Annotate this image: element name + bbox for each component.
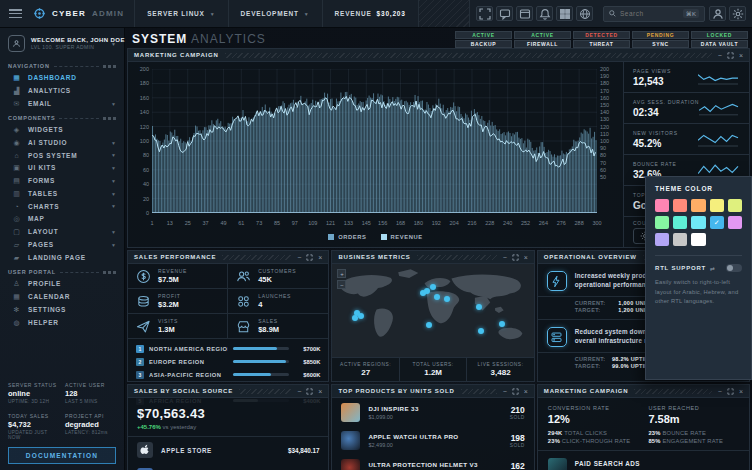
map-marker[interactable] [434, 294, 440, 300]
color-swatch[interactable] [691, 233, 705, 246]
color-swatch[interactable] [691, 216, 705, 229]
status-chip-sync[interactable]: PENDINGSYNC [632, 31, 689, 48]
top-menu-revenue[interactable]: REVENUE $30,203 [322, 0, 418, 27]
color-swatch[interactable] [673, 233, 687, 246]
expand-icon[interactable] [727, 52, 734, 59]
minimize-icon[interactable]: − [718, 52, 722, 59]
topbar-globe-icon[interactable] [576, 6, 593, 21]
minimize-icon[interactable]: − [503, 388, 507, 395]
plot-area[interactable] [152, 69, 597, 213]
expand-icon[interactable] [727, 388, 734, 395]
sidebar-item-layout[interactable]: ▢LAYOUT▼ [0, 225, 124, 238]
minimize-icon[interactable]: − [718, 388, 722, 395]
close-icon[interactable]: × [318, 254, 322, 261]
zoom-out-button[interactable]: − [337, 280, 346, 289]
sidebar-item-widgets[interactable]: ◈WIDGETS [0, 123, 124, 136]
campaign-row[interactable]: PAID SEARCH ADS MON 26/6 - SUN 2/7 [538, 451, 749, 470]
status-chip-data-vault[interactable]: LOCKEDDATA VAULT [691, 31, 748, 48]
apple-icon [137, 442, 153, 458]
topbar-expand-icon[interactable] [476, 6, 493, 21]
color-swatch[interactable] [673, 216, 687, 229]
legend-item-revenue[interactable]: REVENUE [381, 234, 423, 240]
topbar-grid-icon[interactable] [556, 6, 573, 21]
product-row[interactable]: ULTRA PROTECTION HELMET V3$2,499.00 162S… [332, 454, 533, 470]
region-row[interactable]: 2 EUROPE REGION $850K [128, 355, 328, 368]
topbar-chat-icon[interactable] [496, 6, 513, 21]
sidebar-item-pages[interactable]: ▱PAGES▼ [0, 238, 124, 251]
hamburger-menu-icon[interactable] [0, 0, 31, 27]
ai-studio-icon: ◉ [12, 139, 21, 147]
rtl-toggle[interactable] [726, 264, 742, 272]
map-marker[interactable] [478, 328, 484, 334]
topbar-window-icon[interactable] [516, 6, 533, 21]
brand[interactable]: CYBER ADMIN [31, 0, 134, 27]
sidebar-item-calendar[interactable]: ▦CALENDAR [0, 290, 124, 303]
expand-icon[interactable] [306, 254, 313, 261]
sidebar-item-helper[interactable]: ◍HELPER [0, 316, 124, 329]
color-swatch[interactable] [655, 233, 669, 246]
expand-icon[interactable] [512, 388, 519, 395]
color-swatch[interactable] [728, 199, 742, 212]
color-swatch[interactable] [655, 199, 669, 212]
expand-icon[interactable] [306, 388, 313, 395]
sidebar-item-ui-kits[interactable]: ▣UI KITS▼ [0, 161, 124, 174]
minimize-icon[interactable]: − [297, 254, 301, 261]
sidebar-item-tables[interactable]: ▥TABLES▼ [0, 187, 124, 200]
product-row[interactable]: DJI INSPIRE 33$1,099.00 210SOLD [332, 398, 533, 426]
close-icon[interactable]: × [739, 388, 743, 395]
sidebar-item-pos-system[interactable]: ⌂POS SYSTEM▼ [0, 149, 124, 161]
product-row[interactable]: APPLE WATCH ULTRA PRO$2,499.00 198SOLD [332, 426, 533, 454]
map-marker[interactable] [430, 284, 436, 290]
topbar-gear-icon[interactable] [729, 6, 746, 21]
y-tick-right: 180 [600, 80, 620, 86]
sidebar-item-dashboard[interactable]: ▦DASHBOARD [0, 71, 124, 84]
legend-item-orders[interactable]: ORDERS [328, 234, 366, 240]
map-marker[interactable] [352, 315, 358, 321]
sidebar-item-landing-page[interactable]: ▰LANDING PAGE [0, 251, 124, 264]
close-icon[interactable]: × [739, 52, 743, 59]
map-marker[interactable] [358, 313, 364, 319]
color-swatch[interactable] [728, 216, 742, 229]
sidebar-item-forms[interactable]: ▤FORMS▼ [0, 174, 124, 187]
zoom-in-button[interactable]: + [337, 269, 346, 278]
sidebar-item-charts[interactable]: ◔CHARTS▼ [0, 200, 124, 212]
sidebar-item-settings[interactable]: ✻SETTINGS [0, 303, 124, 316]
close-icon[interactable]: × [318, 388, 322, 395]
topbar-user-icon[interactable] [709, 6, 726, 21]
map-marker[interactable] [444, 296, 450, 302]
social-row-apple-store[interactable]: APPLE STORE$34,840.17 [128, 437, 328, 463]
status-chip-backup[interactable]: ACTIVEBACKUP [455, 31, 512, 48]
region-row[interactable]: 1 NORTH AMERICA REGION $700K [128, 342, 328, 355]
status-chip-firewall[interactable]: ACTIVEFIREWALL [514, 31, 571, 48]
map-marker[interactable] [499, 321, 505, 327]
world-map[interactable]: +− [332, 264, 533, 357]
top-menu-development[interactable]: DEVELOPMENT ▼ [228, 0, 322, 27]
sidebar-item-profile[interactable]: ♙PROFILE [0, 277, 124, 290]
color-swatch[interactable] [710, 199, 724, 212]
minimize-icon[interactable]: − [297, 388, 301, 395]
color-swatch[interactable] [673, 199, 687, 212]
map-marker[interactable] [420, 290, 426, 296]
status-chip-threat[interactable]: DETECTEDTHREAT [573, 31, 630, 48]
minimize-icon[interactable]: − [503, 254, 507, 261]
expand-icon[interactable] [512, 254, 519, 261]
sidebar-item-ai-studio[interactable]: ◉AI STUDIO▼ [0, 136, 124, 149]
color-swatch[interactable]: ✓ [710, 216, 724, 229]
map-marker[interactable] [426, 322, 432, 328]
documentation-button[interactable]: DOCUMENTATION [8, 447, 116, 464]
sidebar-item-map[interactable]: ◎MAP [0, 212, 124, 225]
color-swatch[interactable] [655, 216, 669, 229]
topbar-bell-icon[interactable] [536, 6, 553, 21]
close-icon[interactable]: × [524, 254, 528, 261]
search-box[interactable]: ⌘K [603, 6, 705, 22]
map-marker[interactable] [476, 304, 482, 310]
sidebar-item-email[interactable]: ✉EMAIL▼ [0, 97, 124, 110]
color-swatch[interactable] [691, 199, 705, 212]
search-input[interactable] [620, 10, 679, 17]
sidebar-item-analytics[interactable]: ▟ANALYTICS [0, 84, 124, 97]
region-row[interactable]: 3 ASIA-PACIFIC REGION $600K [128, 368, 328, 381]
top-menu-server-linux[interactable]: SERVER LINUX ▼ [134, 0, 227, 27]
close-icon[interactable]: × [524, 388, 528, 395]
user-welcome[interactable]: WELCOME BACK, JOHN DOE LVL 100. SUPER AD… [0, 28, 124, 58]
social-row-facebook[interactable]: fFACEBOOK$12,502.67 [128, 463, 328, 470]
